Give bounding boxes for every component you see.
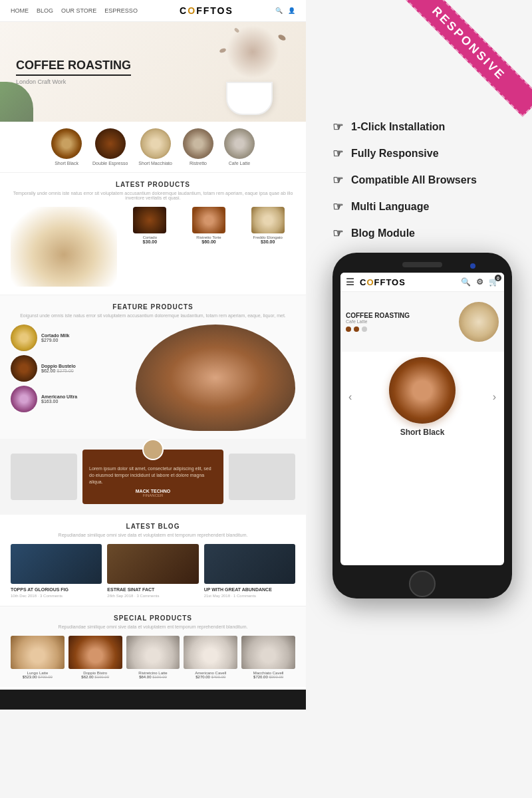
phone-product-image [389,357,456,424]
blog-img-2 [107,544,198,584]
phone-frame: ☰ COFFTOS 🔍 ⚙ 🛒0 COFFEE ROA [332,253,512,598]
nav-home[interactable]: HOME [11,7,29,14]
special-img-lungo [11,636,65,669]
blog-comments-3: 1 Comments [233,594,256,598]
phone-settings-icon[interactable]: ⚙ [476,277,483,287]
features-section: ☞ 1-Click Installation ☞ Fully Responsiv… [332,120,512,253]
coffee-latte-visual [11,207,117,287]
phone-dot-3[interactable] [362,327,367,332]
special-card-lungo[interactable]: Lungo Latte $523.00 $700.00 [11,636,65,679]
testimonial-prev [11,454,77,500]
feature-price-americano: $163.00 [41,399,77,404]
phone-prev-button[interactable]: ‹ [346,391,354,403]
nav-espresso[interactable]: ESPRESSO [104,7,138,14]
category-img-short-macchiato [140,128,171,159]
feature-info-cortado: Cortado Milk $279.00 [41,333,69,342]
ribbon-text: RESPONSIVE [430,4,508,82]
phone-dot-2[interactable] [354,327,359,332]
site-user-icon[interactable]: 👤 [288,7,295,14]
feature-item-compatible: ☞ Compatible All Browsers [332,173,512,188]
category-img-double-espresso [95,128,126,159]
product-thumb-freddo[interactable]: Freddo Elongato $30.00 [240,207,295,244]
special-img-doppio [68,636,122,669]
category-img-cafe-latte [224,128,255,159]
product-thumb-ristretto-torte[interactable]: Ristretto Torte $60.00 [182,207,237,244]
site-search-icon[interactable]: 🔍 [275,7,283,14]
phone-search-icon[interactable]: 🔍 [461,277,471,287]
feature-product-americano[interactable]: Americano Ultra $163.00 [11,386,130,412]
hero-splash [226,25,279,78]
compatible-label: Compatible All Browsers [351,174,477,186]
category-double-espresso[interactable]: Double Espresso [92,128,128,166]
blog-title-2: ESTRAE SINAT FACT [107,587,198,593]
feature-item-multilanguage: ☞ Multi Language [332,200,512,214]
product-grid: Cortado $30.00 Ristretto Torte $60.00 Fr… [122,207,295,244]
phone-next-button[interactable]: › [490,391,499,403]
phone-product-card: Short Black [354,357,489,437]
blog-img-1 [11,544,102,584]
special-products-subtitle: Repudiandae similique omni sive data et … [11,624,295,629]
special-products-grid: Lungo Latte $523.00 $700.00 Doppio Bistr… [11,636,295,679]
compatible-icon: ☞ [332,173,343,188]
special-img-ristretcino [126,636,180,669]
site-logo: COFFTOS [138,5,275,16]
feature-product-cortado[interactable]: Cortado Milk $279.00 [11,325,130,351]
phone-camera [470,263,475,269]
blog-meta-1: 10th Dec 2018 · 3 Comments [11,594,102,598]
product-price-cortado: $30.00 [122,239,178,244]
category-ristretto[interactable]: Ristretto [183,128,213,166]
coffee-bean-2 [219,47,226,53]
nav-blog[interactable]: BLOG [37,7,53,14]
special-products-section: SPECIAL PRODUCTS Repudiandae similique o… [0,606,306,687]
special-card-ristretcino[interactable]: Ristretcino Latte $64.00 $100.00 [126,636,180,679]
blog-card-1[interactable]: TOPPS AT GLORIOUS FIG 10th Dec 2018 · 3 … [11,544,102,598]
product-img-freddo [251,207,285,233]
category-short-black[interactable]: Short Black [51,128,82,166]
fully-responsive-label: Fully Responsive [351,148,439,160]
phone-cart-icon[interactable]: 🛒0 [489,277,499,287]
phone-nav: ☰ COFFTOS 🔍 ⚙ 🛒0 [340,273,504,292]
special-img-macchiato-cavell [241,636,295,669]
phone-menu-icon[interactable]: ☰ [346,277,354,287]
product-thumb-cortado[interactable]: Cortado $30.00 [122,207,178,244]
hero-decoration [186,22,293,122]
blog-date-3: 21st May 2018 [204,594,230,598]
blog-comments-2: 3 Comments [136,594,159,598]
blog-title-3: UP WITH GREAT ABUNDANCE [204,587,295,593]
site-hero-title: COFFEE ROASTING [16,59,131,76]
phone-product-carousel: ‹ Short Black › [340,352,504,442]
phone-logo: COFFTOS [360,277,461,287]
category-label-short-black: Short Black [51,161,82,166]
blog-card-3[interactable]: UP WITH GREAT ABUNDANCE 21st May 2018 · … [204,544,295,598]
feature-product-doppio[interactable]: Doppio Bustelo $62.00 $275.00 [11,355,130,382]
phone-home-button[interactable] [409,571,436,597]
blog-section: LATEST BLOG Repudiandae similique omni s… [0,515,306,606]
latest-products-list: Cortado $30.00 Ristretto Torte $60.00 Fr… [122,207,295,287]
product-price-freddo: $30.00 [240,239,295,244]
special-card-doppio[interactable]: Doppio Bistro $62.00 $100.00 [68,636,122,679]
testimonial-author: MACK TECHNO [89,489,217,493]
phone-product-name: Short Black [354,428,489,437]
category-label-double-espresso: Double Espresso [92,161,128,166]
phone-carousel-dots [346,327,459,332]
feature-item-fully-responsive: ☞ Fully Responsive [332,146,512,161]
category-short-macchiato[interactable]: Short Macchiato [138,128,172,166]
blog-icon: ☞ [332,226,343,241]
category-cafe-latte[interactable]: Cafe Latte [224,128,255,166]
hero-cup [226,82,273,115]
blog-title: LATEST BLOG [11,523,295,530]
nav-store[interactable]: OUR STORE [61,7,96,14]
site-hero-title-text: COFFEE ROASTING [16,59,131,76]
latest-products-subtitle: Temporally unde omnis iste natus error s… [11,191,295,200]
feature-products-subtitle: Eoigunst unde omnis iste natus error sit… [11,313,295,318]
phone-hero-subtitle: Cafe Latte [346,319,459,324]
site-logo-highlight: O [188,5,196,16]
ribbon-container: RESPONSIVE [399,0,532,133]
special-card-americano-cavell[interactable]: Americano Cavell $270.00 $400.00 [184,636,237,679]
feature-info-americano: Americano Ultra $163.00 [41,394,77,404]
coffee-bean-1 [277,33,287,41]
phone-dot-1[interactable] [346,327,351,332]
special-card-macchiato-cavell[interactable]: Macchiato Cavell $720.00 $900.00 [241,636,295,679]
blog-card-2[interactable]: ESTRAE SINAT FACT 26th Sep 2018 · 3 Comm… [107,544,198,598]
feature-items-list: Cortado Milk $279.00 Doppio Bustelo $62.… [11,325,130,431]
